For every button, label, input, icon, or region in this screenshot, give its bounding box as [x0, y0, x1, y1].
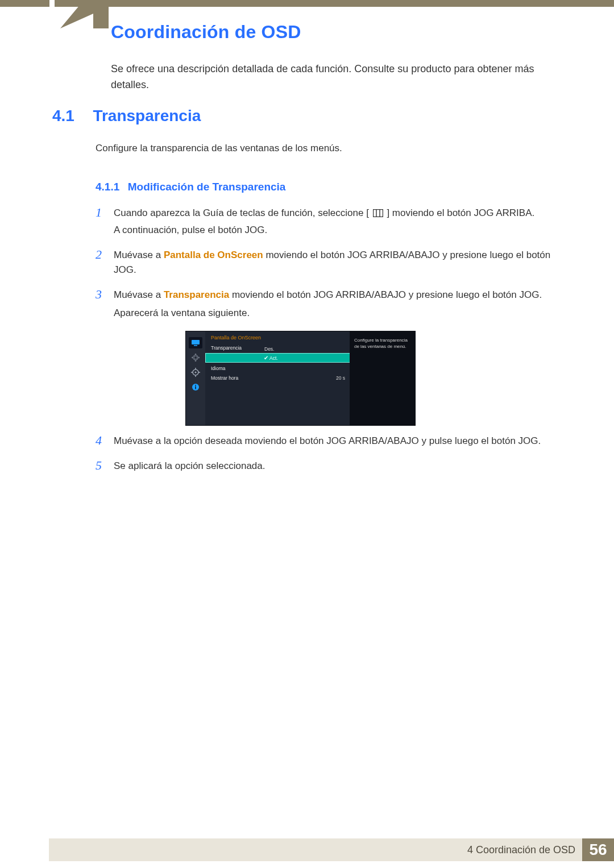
- osd-row-idioma: Idioma: [205, 363, 351, 373]
- section-description: Configure la transparencia de las ventan…: [96, 141, 567, 156]
- section-body: Configure la transparencia de las ventan…: [96, 141, 567, 484]
- info-icon: [189, 381, 202, 393]
- osd-sidebar: [186, 331, 205, 425]
- step-list: 1 Cuando aparezca la Guía de teclas de f…: [96, 206, 567, 474]
- step-1-part-b: ] moviendo el botón JOG ARRIBA.: [387, 207, 534, 218]
- step-5-text: Se aplicará la opción seleccionada.: [114, 459, 265, 474]
- svg-rect-15: [195, 385, 196, 386]
- osd-row-transparencia: Transparencia Des.: [205, 343, 351, 352]
- subsection-heading: 4.1.1 Modificación de Transparencia: [96, 181, 567, 193]
- osd-window: Pantalla de OnScreen Transparencia Des. …: [185, 331, 416, 426]
- svg-point-8: [194, 371, 196, 373]
- osd-label-mostrar-hora: Mostrar hora: [205, 375, 260, 381]
- step-1-part-a: Cuando aparezca la Guía de teclas de fun…: [114, 207, 369, 218]
- step-2-part-a: Muévase a: [114, 250, 164, 260]
- step-4-text: Muévase a la opción deseada moviendo el …: [114, 434, 541, 448]
- chapter-number-graphic: [49, 0, 117, 28]
- page: Coordinación de OSD Se ofrece una descri…: [0, 0, 614, 868]
- section-title: Transparencia: [93, 107, 201, 124]
- step-2: 2 Muévase a Pantalla de OnScreen moviend…: [96, 248, 567, 277]
- step-2-text: Muévase a Pantalla de OnScreen moviendo …: [114, 248, 567, 277]
- osd-title: Pantalla de OnScreen: [205, 331, 351, 343]
- step-3-text: Muévase a Transparencia moviendo el botó…: [114, 288, 542, 321]
- section-heading: 4.1 Transparencia: [52, 107, 564, 125]
- svg-rect-1: [373, 210, 383, 217]
- step-3-number: 3: [96, 288, 106, 301]
- step-2-number: 2: [96, 248, 106, 261]
- chapter-title: Coordinación de OSD: [111, 22, 566, 43]
- subsection-title: Modificación de Transparencia: [128, 181, 286, 193]
- gear-icon: [189, 367, 202, 378]
- svg-rect-0: [93, 0, 109, 28]
- step-3-highlight: Transparencia: [164, 289, 229, 300]
- step-5: 5 Se aplicará la opción seleccionada.: [96, 459, 567, 474]
- check-icon: ✔: [264, 355, 268, 361]
- osd-label-idioma: Idioma: [205, 366, 260, 371]
- step-1: 1 Cuando aparezca la Guía de teclas de f…: [96, 206, 567, 238]
- svg-rect-5: [194, 345, 197, 346]
- osd-figure: Pantalla de OnScreen Transparencia Des. …: [185, 331, 567, 426]
- step-4: 4 Muévase a la opción deseada moviendo e…: [96, 434, 567, 448]
- subsection-number: 4.1.1: [96, 181, 119, 193]
- page-number: 56: [582, 838, 614, 861]
- step-1-sub: A continuación, pulse el botón JOG.: [114, 223, 534, 238]
- osd-row-mostrar-hora: Mostrar hora 20 s: [205, 373, 351, 383]
- step-4-number: 4: [96, 434, 106, 447]
- osd-row-selected: Posición ✔ Act.: [205, 353, 351, 363]
- step-3-part-b: moviendo el botón JOG ARRIBA/ABAJO y pre…: [229, 289, 542, 300]
- move-icon: [189, 352, 202, 363]
- step-2-highlight: Pantalla de OnScreen: [164, 250, 263, 260]
- osd-help-panel: Configure la transparencia de las ventan…: [350, 331, 415, 425]
- section-number: 4.1: [52, 107, 74, 124]
- osd-main: Pantalla de OnScreen Transparencia Des. …: [205, 331, 351, 425]
- step-3: 3 Muévase a Transparencia moviendo el bo…: [96, 288, 567, 321]
- step-3-part-a: Muévase a: [114, 289, 164, 300]
- svg-rect-6: [194, 356, 197, 359]
- menu-icon: [373, 207, 383, 222]
- step-5-number: 5: [96, 459, 106, 472]
- content-column: Coordinación de OSD Se ofrece una descri…: [111, 22, 566, 93]
- step-3-sub: Aparecerá la ventana siguiente.: [114, 306, 542, 321]
- monitor-icon: [189, 337, 202, 348]
- osd-value-des: Des.: [260, 346, 274, 352]
- footer: 4 Coordinación de OSD 56: [49, 838, 614, 861]
- osd-label-transparencia: Transparencia: [205, 345, 260, 351]
- header-accent-right: [55, 0, 614, 7]
- chapter-intro: Se ofrece una descripción detallada de c…: [111, 61, 566, 93]
- step-1-text: Cuando aparezca la Guía de teclas de fun…: [114, 206, 534, 238]
- svg-rect-14: [195, 387, 196, 389]
- footer-label: 4 Coordinación de OSD: [467, 844, 575, 856]
- osd-value-act: Act.: [269, 355, 278, 361]
- header-accent-left: [0, 0, 49, 7]
- step-1-number: 1: [96, 206, 106, 219]
- svg-rect-4: [192, 340, 200, 344]
- osd-value-20s: 20 s: [336, 375, 345, 381]
